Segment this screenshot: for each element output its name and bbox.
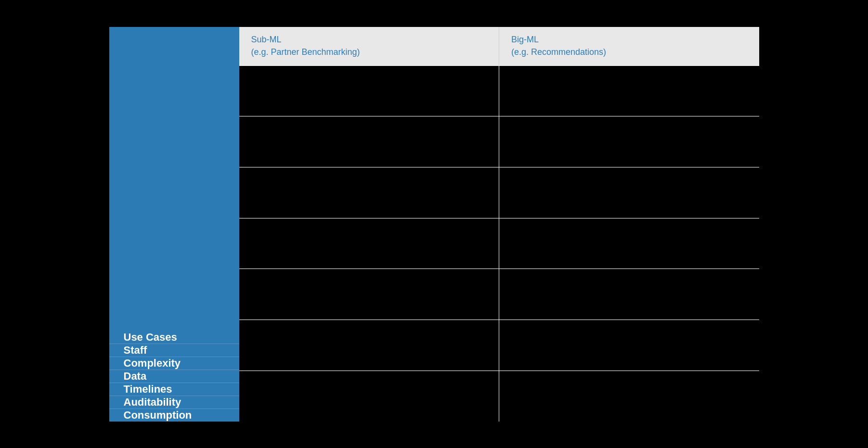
header-cell-sub-ml: Sub-ML (e.g. Partner Benchmarking)	[239, 27, 500, 65]
table-row-6	[239, 320, 759, 371]
data-cell-5-1	[239, 269, 500, 320]
data-cell-6-2	[499, 320, 759, 371]
sidebar-rows: Use Cases Staff Complexity Data Timeline…	[109, 331, 239, 422]
sidebar-label-data: Data	[124, 370, 147, 383]
data-cell-1-2	[499, 66, 759, 116]
sidebar-label-consumption: Consumption	[124, 409, 192, 422]
table-row-4	[239, 218, 759, 269]
data-cell-2-2	[499, 116, 759, 167]
data-cell-4-1	[239, 218, 500, 269]
sidebar-label-timelines: Timelines	[124, 383, 172, 396]
table-row-1	[239, 65, 759, 116]
data-cell-5-2	[499, 269, 759, 320]
data-cell-2-1	[239, 116, 500, 167]
content-area: Sub-ML (e.g. Partner Benchmarking) Big-M…	[239, 27, 759, 422]
data-cell-7-2	[499, 371, 759, 422]
sidebar-row-consumption: Consumption	[109, 409, 239, 422]
sidebar-row-data: Data	[109, 370, 239, 383]
table-row-5	[239, 269, 759, 320]
header-title-big-ml: Big-ML	[511, 34, 747, 46]
data-cell-7-1	[239, 371, 500, 422]
table-row-7	[239, 371, 759, 422]
main-container: Use Cases Staff Complexity Data Timeline…	[109, 27, 759, 422]
data-cell-1-1	[239, 66, 500, 116]
data-cell-3-1	[239, 167, 500, 218]
sidebar: Use Cases Staff Complexity Data Timeline…	[109, 27, 239, 422]
data-cell-3-2	[499, 167, 759, 218]
sidebar-label-staff: Staff	[124, 344, 147, 357]
sidebar-row-timelines: Timelines	[109, 383, 239, 396]
table-row-2	[239, 116, 759, 167]
header-title-sub-ml: Sub-ML	[251, 34, 487, 46]
sidebar-row-auditability: Auditability	[109, 396, 239, 409]
sidebar-row-staff: Staff	[109, 344, 239, 357]
sidebar-label-use-cases: Use Cases	[124, 331, 177, 344]
sidebar-row-use-cases: Use Cases	[109, 331, 239, 344]
header-subtitle-big-ml: (e.g. Recommendations)	[511, 46, 747, 58]
data-cell-6-1	[239, 320, 500, 371]
header-cell-big-ml: Big-ML (e.g. Recommendations)	[499, 27, 759, 65]
table-row-3	[239, 167, 759, 218]
sidebar-header-spacer	[109, 293, 239, 331]
sidebar-label-auditability: Auditability	[124, 396, 181, 409]
header-subtitle-sub-ml: (e.g. Partner Benchmarking)	[251, 46, 487, 58]
sidebar-row-complexity: Complexity	[109, 357, 239, 370]
header-row: Sub-ML (e.g. Partner Benchmarking) Big-M…	[239, 27, 759, 65]
data-rows	[239, 65, 759, 422]
sidebar-label-complexity: Complexity	[124, 357, 181, 370]
data-cell-4-2	[499, 218, 759, 269]
